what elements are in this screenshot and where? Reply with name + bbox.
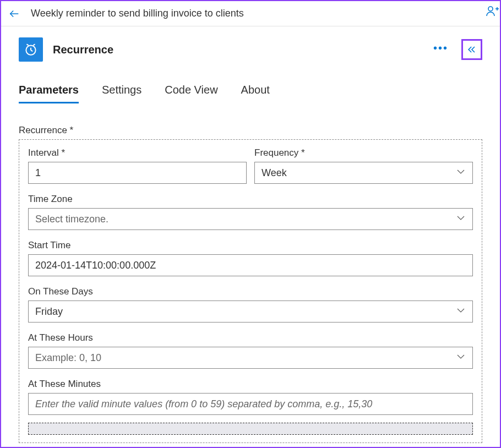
flow-title: Weekly reminder to send billing invoice …: [31, 8, 244, 19]
collapse-button[interactable]: [461, 39, 482, 60]
card-title: Recurrence: [53, 43, 113, 56]
interval-input[interactable]: [28, 162, 247, 184]
tab-parameters[interactable]: Parameters: [19, 84, 79, 103]
hours-field: At These Hours Example: 0, 10: [28, 332, 473, 369]
hours-label: At These Hours: [28, 332, 473, 343]
recurrence-icon: [19, 37, 43, 62]
card-header-right: •••: [433, 39, 482, 60]
frequency-label: Frequency *: [254, 147, 473, 159]
timezone-select[interactable]: Select timezone.: [28, 208, 473, 230]
days-select[interactable]: Friday: [28, 301, 473, 323]
card-header-left: Recurrence: [19, 37, 113, 62]
timezone-label: Time Zone: [28, 194, 473, 205]
minutes-field: At These Minutes: [28, 379, 473, 415]
tab-code-view[interactable]: Code View: [165, 84, 217, 103]
user-icon[interactable]: [486, 4, 499, 20]
frequency-value: Week: [262, 167, 287, 179]
chevron-down-icon: [456, 305, 466, 318]
starttime-label: Start Time: [28, 240, 473, 251]
tab-settings[interactable]: Settings: [102, 84, 141, 103]
hours-select[interactable]: Example: 0, 10: [28, 347, 473, 369]
chevron-down-icon: [456, 352, 466, 364]
hours-placeholder: Example: 0, 10: [35, 352, 101, 364]
interval-field: Interval *: [28, 147, 247, 184]
top-bar: Weekly reminder to send billing invoice …: [1, 1, 500, 26]
days-value: Friday: [35, 306, 63, 318]
days-label: On These Days: [28, 286, 473, 297]
chevron-down-icon: [456, 167, 466, 179]
days-field: On These Days Friday: [28, 286, 473, 323]
card-header: Recurrence •••: [19, 37, 482, 62]
minutes-label: At These Minutes: [28, 379, 473, 390]
preview-box: [28, 423, 473, 435]
svg-point-1: [488, 7, 493, 11]
frequency-field: Frequency * Week: [254, 147, 473, 184]
recurrence-fieldset: Interval * Frequency * Week Time Zone Se…: [19, 139, 482, 443]
tab-about[interactable]: About: [241, 84, 270, 103]
interval-label: Interval *: [28, 147, 247, 159]
section-label: Recurrence *: [19, 125, 482, 136]
svg-line-6: [31, 50, 32, 51]
starttime-input[interactable]: [28, 254, 473, 276]
back-button[interactable]: [6, 5, 23, 23]
content-area: Recurrence ••• Parameters Settings Code …: [1, 26, 500, 448]
more-button[interactable]: •••: [433, 42, 448, 58]
timezone-placeholder: Select timezone.: [35, 214, 108, 225]
minutes-input[interactable]: [28, 393, 473, 415]
starttime-field: Start Time: [28, 240, 473, 276]
frequency-select[interactable]: Week: [254, 162, 473, 184]
chevron-down-icon: [456, 213, 466, 226]
tabs: Parameters Settings Code View About: [19, 84, 482, 104]
timezone-field: Time Zone Select timezone.: [28, 194, 473, 230]
